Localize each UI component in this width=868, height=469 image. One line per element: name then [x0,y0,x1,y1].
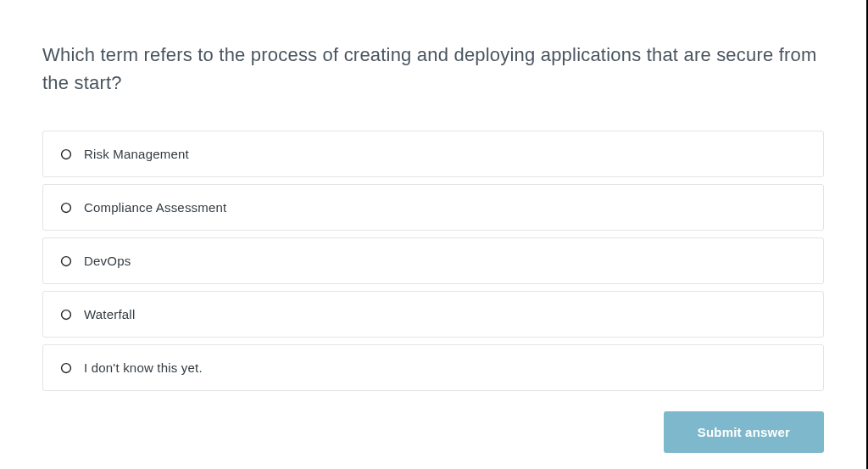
svg-point-2 [62,256,71,265]
radio-unchecked-icon [60,255,72,267]
radio-unchecked-icon [60,362,72,374]
option-label: Compliance Assessment [84,200,226,215]
option-label: Waterfall [84,307,135,321]
option-label: I don't know this yet. [84,360,203,375]
question-text: Which term refers to the process of crea… [42,41,824,97]
quiz-container: Which term refers to the process of crea… [0,0,866,453]
option-devops[interactable]: DevOps [42,237,824,284]
option-risk-management[interactable]: Risk Management [42,131,824,177]
options-list: Risk Management Compliance Assessment De… [42,131,824,391]
option-label: DevOps [84,254,131,268]
option-waterfall[interactable]: Waterfall [42,291,824,338]
svg-point-0 [62,149,71,159]
submit-row: Submit answer [42,411,824,453]
svg-point-1 [62,203,71,212]
radio-unchecked-icon [60,148,72,160]
option-dont-know[interactable]: I don't know this yet. [42,344,824,391]
submit-button[interactable]: Submit answer [664,411,824,453]
option-compliance-assessment[interactable]: Compliance Assessment [42,184,824,231]
option-label: Risk Management [84,147,189,161]
radio-unchecked-icon [60,309,72,321]
svg-point-3 [62,310,71,319]
radio-unchecked-icon [60,202,72,214]
svg-point-4 [62,363,71,372]
